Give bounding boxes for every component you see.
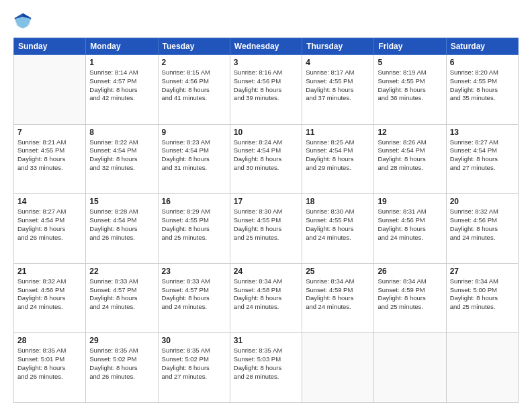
day-number: 22: [89, 267, 154, 276]
day-number: 14: [17, 197, 82, 206]
day-number: 7: [17, 128, 82, 137]
column-header-thursday: Thursday: [302, 38, 374, 55]
day-info: Sunrise: 8:30 AM Sunset: 4:55 PM Dayligh…: [234, 208, 298, 242]
day-cell: 22Sunrise: 8:33 AM Sunset: 4:57 PM Dayli…: [86, 263, 158, 333]
day-cell: 7Sunrise: 8:21 AM Sunset: 4:55 PM Daylig…: [14, 124, 86, 194]
day-info: Sunrise: 8:26 AM Sunset: 4:54 PM Dayligh…: [378, 138, 442, 173]
column-header-wednesday: Wednesday: [230, 38, 302, 55]
day-number: 30: [162, 336, 226, 345]
day-info: Sunrise: 8:34 AM Sunset: 4:59 PM Dayligh…: [378, 277, 442, 312]
logo-icon: [13, 12, 32, 31]
day-cell: 18Sunrise: 8:30 AM Sunset: 4:55 PM Dayli…: [302, 194, 374, 264]
header: [13, 12, 519, 31]
day-info: Sunrise: 8:30 AM Sunset: 4:55 PM Dayligh…: [306, 208, 370, 242]
day-info: Sunrise: 8:31 AM Sunset: 4:56 PM Dayligh…: [378, 208, 442, 242]
day-cell: 27Sunrise: 8:34 AM Sunset: 5:00 PM Dayli…: [446, 263, 518, 333]
day-cell: [14, 55, 86, 125]
day-info: Sunrise: 8:22 AM Sunset: 4:54 PM Dayligh…: [89, 138, 154, 173]
day-cell: 11Sunrise: 8:25 AM Sunset: 4:54 PM Dayli…: [302, 124, 374, 194]
day-cell: 16Sunrise: 8:29 AM Sunset: 4:55 PM Dayli…: [158, 194, 230, 264]
day-info: Sunrise: 8:28 AM Sunset: 4:54 PM Dayligh…: [89, 208, 154, 242]
day-cell: 1Sunrise: 8:14 AM Sunset: 4:57 PM Daylig…: [86, 55, 158, 125]
day-number: 2: [162, 58, 226, 67]
day-info: Sunrise: 8:25 AM Sunset: 4:54 PM Dayligh…: [306, 138, 370, 173]
day-cell: 15Sunrise: 8:28 AM Sunset: 4:54 PM Dayli…: [86, 194, 158, 264]
calendar-table: SundayMondayTuesdayWednesdayThursdayFrid…: [13, 38, 519, 403]
day-info: Sunrise: 8:24 AM Sunset: 4:54 PM Dayligh…: [234, 138, 298, 173]
day-number: 24: [234, 267, 298, 276]
column-header-friday: Friday: [374, 38, 446, 55]
day-number: 1: [89, 58, 154, 67]
day-number: 26: [378, 267, 442, 276]
day-number: 8: [89, 128, 154, 137]
day-cell: 3Sunrise: 8:16 AM Sunset: 4:56 PM Daylig…: [230, 55, 302, 125]
day-number: 3: [234, 58, 298, 67]
day-cell: 19Sunrise: 8:31 AM Sunset: 4:56 PM Dayli…: [374, 194, 446, 264]
day-cell: 9Sunrise: 8:23 AM Sunset: 4:54 PM Daylig…: [158, 124, 230, 194]
day-cell: 2Sunrise: 8:15 AM Sunset: 4:56 PM Daylig…: [158, 55, 230, 125]
day-info: Sunrise: 8:21 AM Sunset: 4:55 PM Dayligh…: [17, 138, 82, 173]
week-row-1: 1Sunrise: 8:14 AM Sunset: 4:57 PM Daylig…: [14, 55, 519, 125]
day-number: 5: [378, 58, 442, 67]
column-header-monday: Monday: [86, 38, 158, 55]
column-header-tuesday: Tuesday: [158, 38, 230, 55]
day-cell: 17Sunrise: 8:30 AM Sunset: 4:55 PM Dayli…: [230, 194, 302, 264]
day-number: 16: [162, 197, 226, 206]
day-number: 21: [17, 267, 82, 276]
day-number: 31: [234, 336, 298, 345]
day-cell: 30Sunrise: 8:35 AM Sunset: 5:02 PM Dayli…: [158, 333, 230, 403]
day-cell: [374, 333, 446, 403]
day-cell: 8Sunrise: 8:22 AM Sunset: 4:54 PM Daylig…: [86, 124, 158, 194]
day-number: 19: [378, 197, 442, 206]
day-cell: 14Sunrise: 8:27 AM Sunset: 4:54 PM Dayli…: [14, 194, 86, 264]
logo: [13, 12, 35, 31]
day-cell: 31Sunrise: 8:35 AM Sunset: 5:03 PM Dayli…: [230, 333, 302, 403]
day-number: 9: [162, 128, 226, 137]
day-info: Sunrise: 8:34 AM Sunset: 4:58 PM Dayligh…: [234, 277, 298, 312]
day-info: Sunrise: 8:33 AM Sunset: 4:57 PM Dayligh…: [162, 277, 226, 312]
day-cell: 25Sunrise: 8:34 AM Sunset: 4:59 PM Dayli…: [302, 263, 374, 333]
day-number: 17: [234, 197, 298, 206]
day-info: Sunrise: 8:35 AM Sunset: 5:02 PM Dayligh…: [162, 347, 226, 381]
day-cell: 10Sunrise: 8:24 AM Sunset: 4:54 PM Dayli…: [230, 124, 302, 194]
week-row-3: 14Sunrise: 8:27 AM Sunset: 4:54 PM Dayli…: [14, 194, 519, 264]
day-cell: 4Sunrise: 8:17 AM Sunset: 4:55 PM Daylig…: [302, 55, 374, 125]
week-row-4: 21Sunrise: 8:32 AM Sunset: 4:56 PM Dayli…: [14, 263, 519, 333]
day-cell: 26Sunrise: 8:34 AM Sunset: 4:59 PM Dayli…: [374, 263, 446, 333]
day-info: Sunrise: 8:16 AM Sunset: 4:56 PM Dayligh…: [234, 68, 298, 103]
day-cell: 21Sunrise: 8:32 AM Sunset: 4:56 PM Dayli…: [14, 263, 86, 333]
day-info: Sunrise: 8:34 AM Sunset: 5:00 PM Dayligh…: [450, 277, 515, 312]
day-info: Sunrise: 8:20 AM Sunset: 4:55 PM Dayligh…: [450, 68, 515, 103]
day-number: 13: [450, 128, 515, 137]
page: SundayMondayTuesdayWednesdayThursdayFrid…: [0, 0, 532, 411]
day-cell: 20Sunrise: 8:32 AM Sunset: 4:56 PM Dayli…: [446, 194, 518, 264]
day-cell: 23Sunrise: 8:33 AM Sunset: 4:57 PM Dayli…: [158, 263, 230, 333]
day-info: Sunrise: 8:33 AM Sunset: 4:57 PM Dayligh…: [89, 277, 154, 312]
day-info: Sunrise: 8:35 AM Sunset: 5:01 PM Dayligh…: [17, 347, 82, 381]
day-number: 4: [306, 58, 370, 67]
day-cell: 5Sunrise: 8:19 AM Sunset: 4:55 PM Daylig…: [374, 55, 446, 125]
day-cell: 6Sunrise: 8:20 AM Sunset: 4:55 PM Daylig…: [446, 55, 518, 125]
day-cell: [302, 333, 374, 403]
day-info: Sunrise: 8:29 AM Sunset: 4:55 PM Dayligh…: [162, 208, 226, 242]
day-info: Sunrise: 8:23 AM Sunset: 4:54 PM Dayligh…: [162, 138, 226, 173]
day-number: 6: [450, 58, 515, 67]
day-info: Sunrise: 8:27 AM Sunset: 4:54 PM Dayligh…: [450, 138, 515, 173]
day-info: Sunrise: 8:35 AM Sunset: 5:03 PM Dayligh…: [234, 347, 298, 381]
day-number: 11: [306, 128, 370, 137]
day-cell: 12Sunrise: 8:26 AM Sunset: 4:54 PM Dayli…: [374, 124, 446, 194]
day-number: 15: [89, 197, 154, 206]
day-number: 20: [450, 197, 515, 206]
day-cell: 28Sunrise: 8:35 AM Sunset: 5:01 PM Dayli…: [14, 333, 86, 403]
svg-marker-2: [15, 17, 32, 29]
day-info: Sunrise: 8:32 AM Sunset: 4:56 PM Dayligh…: [17, 277, 82, 312]
day-info: Sunrise: 8:14 AM Sunset: 4:57 PM Dayligh…: [89, 68, 154, 103]
day-number: 25: [306, 267, 370, 276]
day-info: Sunrise: 8:32 AM Sunset: 4:56 PM Dayligh…: [450, 208, 515, 242]
day-number: 23: [162, 267, 226, 276]
day-info: Sunrise: 8:17 AM Sunset: 4:55 PM Dayligh…: [306, 68, 370, 103]
day-cell: [446, 333, 518, 403]
day-info: Sunrise: 8:15 AM Sunset: 4:56 PM Dayligh…: [162, 68, 226, 103]
day-number: 27: [450, 267, 515, 276]
day-number: 28: [17, 336, 82, 345]
